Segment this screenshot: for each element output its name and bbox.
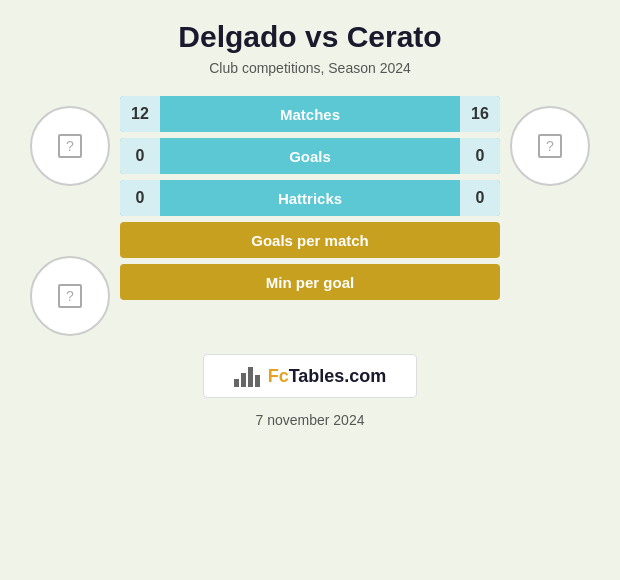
stat-right-goals: 0 <box>460 138 500 174</box>
stat-row-goals-per-match: Goals per match <box>120 222 500 258</box>
logo-text-prefix: Fc <box>268 366 289 386</box>
bar-chart-icon <box>234 365 260 387</box>
logo-text-suffix: Tables.com <box>289 366 387 386</box>
stat-left-goals: 0 <box>120 138 160 174</box>
page-title: Delgado vs Cerato <box>178 20 441 54</box>
stat-row-hattricks: 0 Hattricks 0 <box>120 180 500 216</box>
left-avatars: ? ? <box>30 106 110 336</box>
logo-text: FcTables.com <box>268 366 387 387</box>
stat-row-min-per-goal: Min per goal <box>120 264 500 300</box>
bar1 <box>234 379 239 387</box>
date-text: 7 november 2024 <box>256 412 365 428</box>
stat-label-matches: Matches <box>160 106 460 123</box>
stats-container: 12 Matches 16 0 Goals 0 0 Hattricks 0 Go… <box>120 96 500 300</box>
stat-label-goals: Goals <box>160 148 460 165</box>
avatar-left-bottom: ? <box>30 256 110 336</box>
stat-label-goals-per-match: Goals per match <box>120 232 500 249</box>
avatar-left-top-placeholder: ? <box>58 134 82 158</box>
stat-row-matches: 12 Matches 16 <box>120 96 500 132</box>
avatar-right-top: ? <box>510 106 590 186</box>
avatar-right-top-placeholder: ? <box>538 134 562 158</box>
bar3 <box>248 367 253 387</box>
stat-label-hattricks: Hattricks <box>160 190 460 207</box>
logo-area: FcTables.com <box>203 354 418 398</box>
logo-icon <box>234 365 260 387</box>
avatar-left-bottom-placeholder: ? <box>58 284 82 308</box>
page-container: Delgado vs Cerato Club competitions, Sea… <box>0 0 620 580</box>
bar2 <box>241 373 246 387</box>
stat-row-goals: 0 Goals 0 <box>120 138 500 174</box>
avatar-left-top: ? <box>30 106 110 186</box>
bar4 <box>255 375 260 387</box>
stat-label-min-per-goal: Min per goal <box>120 274 500 291</box>
stat-right-matches: 16 <box>460 96 500 132</box>
stat-right-hattricks: 0 <box>460 180 500 216</box>
stat-left-matches: 12 <box>120 96 160 132</box>
stat-left-hattricks: 0 <box>120 180 160 216</box>
page-subtitle: Club competitions, Season 2024 <box>209 60 411 76</box>
right-avatars: ? <box>510 106 590 186</box>
comparison-area: ? ? 12 Matches 16 0 Goals 0 0 Ha <box>30 96 590 336</box>
